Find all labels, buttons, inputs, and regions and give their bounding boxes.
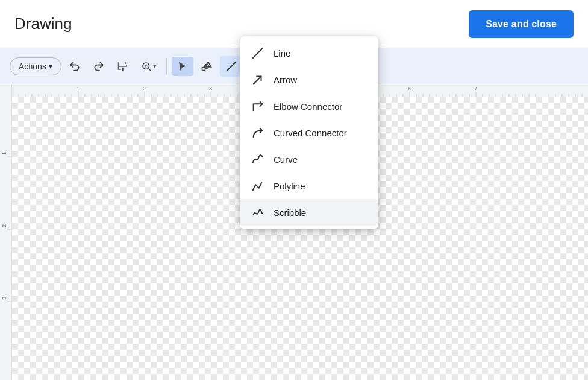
ruler-left-canvas — [0, 84, 12, 380]
menu-item-curve-label: Curve — [274, 154, 298, 165]
shapes-button[interactable] — [196, 57, 217, 76]
scribble-menu-icon — [251, 205, 265, 220]
arrow-menu-icon — [251, 72, 265, 87]
line-icon — [225, 60, 238, 73]
paint-format-button[interactable] — [112, 57, 134, 76]
actions-label: Actions — [19, 62, 46, 71]
menu-item-curve[interactable]: Curve — [240, 146, 378, 173]
menu-item-arrow[interactable]: Arrow — [240, 66, 378, 93]
svg-rect-0 — [122, 67, 124, 71]
undo-icon — [69, 60, 81, 72]
menu-item-polyline-label: Polyline — [274, 181, 305, 191]
toolbar-separator-1 — [166, 58, 167, 75]
select-icon — [177, 60, 189, 72]
polyline-menu-icon — [251, 179, 265, 193]
menu-item-curved-connector-label: Curved Connector — [274, 128, 347, 138]
redo-icon — [93, 60, 105, 72]
menu-item-polyline[interactable]: Polyline — [240, 173, 378, 199]
shapes-icon — [201, 60, 213, 72]
zoom-button[interactable]: ▾ — [136, 57, 161, 75]
svg-line-11 — [253, 48, 263, 59]
line-menu-icon — [251, 46, 265, 60]
svg-line-8 — [227, 62, 236, 71]
menu-item-arrow-label: Arrow — [274, 75, 297, 85]
menu-item-line[interactable]: Line — [240, 40, 378, 66]
undo-button[interactable] — [64, 57, 86, 76]
menu-item-scribble[interactable]: Scribble — [240, 199, 378, 226]
app-title: Drawing — [14, 14, 72, 33]
menu-item-curved-connector[interactable]: Curved Connector — [240, 119, 378, 146]
menu-item-elbow-label: Elbow Connector — [274, 101, 342, 112]
menu-item-line-label: Line — [274, 48, 290, 59]
zoom-chevron-icon: ▾ — [153, 62, 157, 70]
redo-button[interactable] — [88, 57, 110, 76]
actions-button[interactable]: Actions ▾ — [10, 57, 61, 75]
select-button[interactable] — [172, 57, 193, 76]
curved-connector-icon — [251, 125, 265, 140]
elbow-connector-icon — [251, 99, 265, 113]
ruler-left — [0, 84, 12, 380]
save-close-button[interactable]: Save and close — [469, 10, 574, 38]
menu-item-scribble-label: Scribble — [274, 207, 306, 218]
svg-line-2 — [148, 68, 151, 71]
line-dropdown-menu: Line Arrow Elbow Connector Curve — [240, 36, 378, 229]
zoom-icon — [141, 61, 152, 72]
svg-line-12 — [254, 77, 261, 84]
svg-rect-6 — [202, 67, 205, 70]
menu-item-elbow-connector[interactable]: Elbow Connector — [240, 93, 378, 119]
actions-chevron-icon: ▾ — [49, 62, 52, 71]
curve-menu-icon — [251, 152, 265, 166]
paint-format-icon — [117, 60, 129, 72]
